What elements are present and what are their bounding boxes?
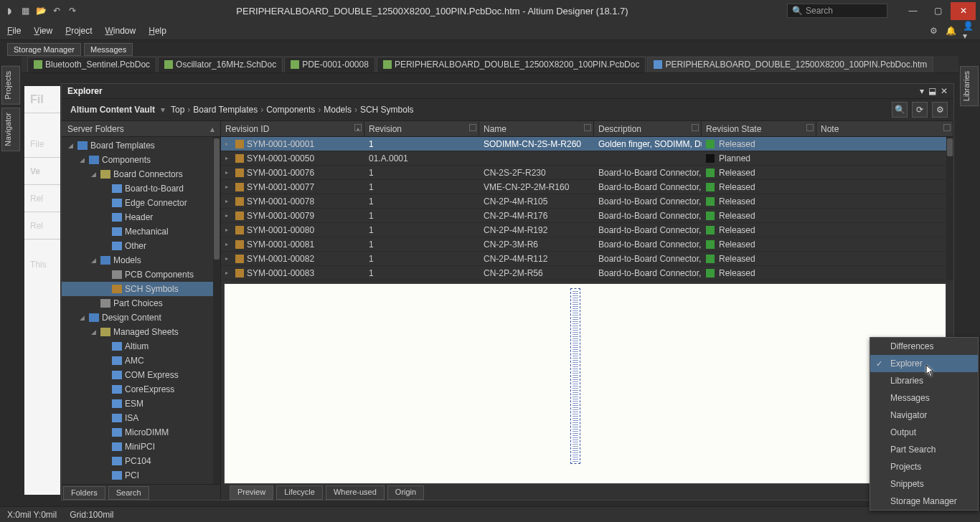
- menu-window[interactable]: Window: [105, 26, 136, 36]
- side-tab-libraries[interactable]: Libraries: [960, 66, 979, 106]
- tree-node[interactable]: PC104: [62, 454, 220, 468]
- tree-node[interactable]: ◢Models: [62, 253, 220, 267]
- gear-icon[interactable]: ⚙: [928, 26, 938, 36]
- panel-close-icon[interactable]: ✕: [941, 86, 948, 96]
- table-row[interactable]: ▸SYM-0001-000801CN-2P-4M-R192Board-to-Bo…: [221, 223, 953, 237]
- column-header[interactable]: Description: [594, 121, 702, 136]
- tree-node[interactable]: SCH Symbols: [62, 282, 220, 296]
- tree-node[interactable]: ISA: [62, 411, 220, 425]
- tree-node[interactable]: Other: [62, 239, 220, 253]
- close-button[interactable]: ✕: [951, 2, 976, 20]
- table-row[interactable]: ▸SYM-0001-000771VME-CN-2P-2M-R160Board-t…: [221, 180, 953, 194]
- global-search-input[interactable]: 🔍 Search: [787, 4, 887, 18]
- expand-icon[interactable]: ▸: [225, 255, 232, 262]
- expand-arrow-icon[interactable]: ◢: [89, 257, 98, 264]
- tree-node[interactable]: Part Choices: [62, 296, 220, 310]
- menu-project[interactable]: Project: [65, 26, 92, 36]
- tree-node[interactable]: MicroDIMM: [62, 425, 220, 440]
- expand-arrow-icon[interactable]: ◢: [77, 314, 86, 321]
- expand-arrow-icon[interactable]: ◢: [66, 142, 75, 149]
- expand-icon[interactable]: ▸: [225, 227, 232, 233]
- context-menu-item[interactable]: Navigator: [870, 407, 978, 424]
- user-icon[interactable]: 👤▾: [963, 26, 973, 36]
- expand-icon[interactable]: ▸: [225, 184, 232, 190]
- table-row[interactable]: ▸SYM-0001-0005001.A.0001Planned: [221, 151, 953, 166]
- preview-area[interactable]: [224, 283, 946, 484]
- context-menu-item[interactable]: Part Search: [870, 441, 978, 458]
- table-row[interactable]: ▸SYM-0001-000831CN-2P-2M-R56Board-to-Boa…: [221, 266, 953, 280]
- grid-scrollbar[interactable]: [946, 137, 953, 280]
- tree-node[interactable]: ESM: [62, 397, 220, 411]
- undo-icon[interactable]: ↶: [52, 6, 62, 16]
- filter-icon[interactable]: [806, 124, 814, 131]
- tree-node[interactable]: PCI: [62, 468, 220, 483]
- doc-tab[interactable]: Bluetooth_Sentinel.PcbDoc: [27, 57, 156, 72]
- redo-icon[interactable]: ↷: [67, 6, 77, 16]
- side-tab-navigator[interactable]: Navigator: [1, 108, 20, 151]
- tree-node[interactable]: Altium: [62, 339, 220, 353]
- filter-icon[interactable]: [584, 124, 591, 131]
- panel-pin-icon[interactable]: ⬓: [928, 86, 936, 96]
- expand-icon[interactable]: ▸: [225, 198, 232, 204]
- tree-node[interactable]: COM Express: [62, 368, 220, 382]
- breadcrumb-root[interactable]: Altium Content Vault: [67, 103, 158, 116]
- tree-node[interactable]: ◢Design Content: [62, 310, 220, 325]
- breadcrumb-item[interactable]: SCH Symbols: [357, 103, 417, 116]
- breadcrumb-item[interactable]: Top: [168, 103, 187, 116]
- tree-node[interactable]: ◢Board Connectors: [62, 167, 220, 181]
- preview-tab-preview[interactable]: Preview: [230, 485, 273, 500]
- tree-scrollbar[interactable]: [213, 137, 220, 484]
- column-header[interactable]: Revision State: [702, 121, 816, 136]
- expand-icon[interactable]: ▸: [225, 241, 232, 247]
- save-all-icon[interactable]: ▦: [20, 6, 30, 16]
- menu-file[interactable]: File: [7, 26, 21, 36]
- expand-arrow-icon[interactable]: ◢: [89, 171, 98, 178]
- context-menu-item[interactable]: Libraries: [870, 372, 978, 389]
- preview-tab-lifecycle[interactable]: Lifecycle: [276, 485, 323, 500]
- tree-node[interactable]: PCB Components: [62, 267, 220, 282]
- refresh-icon[interactable]: ⟳: [912, 102, 928, 118]
- filter-icon[interactable]: [692, 124, 699, 131]
- tree-node[interactable]: ◢Board Templates: [62, 138, 220, 153]
- doc-tab[interactable]: PDE-0001-00008: [284, 57, 375, 72]
- tree-node[interactable]: CoreExpress: [62, 382, 220, 397]
- breadcrumb-item[interactable]: Board Templates: [190, 103, 260, 116]
- minimize-button[interactable]: —: [900, 2, 925, 20]
- context-menu-item[interactable]: Messages: [870, 389, 978, 407]
- expand-icon[interactable]: ▸: [225, 169, 232, 176]
- expand-icon[interactable]: ▸: [225, 270, 232, 276]
- column-header[interactable]: Revision: [364, 121, 479, 136]
- breadcrumb-item[interactable]: Models: [321, 103, 354, 116]
- filter-icon[interactable]: [354, 124, 362, 131]
- expand-arrow-icon[interactable]: ◢: [77, 156, 86, 163]
- tree-header[interactable]: Server Folders ▴: [62, 121, 220, 137]
- expand-icon[interactable]: ▸: [225, 155, 232, 161]
- panel-dropdown-icon[interactable]: ▾: [920, 86, 924, 96]
- context-menu-item[interactable]: ✓Explorer: [870, 355, 978, 372]
- tree-node[interactable]: ◢Managed Sheets: [62, 325, 220, 339]
- column-header[interactable]: Note: [816, 121, 953, 136]
- context-menu-item[interactable]: Output: [870, 424, 978, 441]
- settings-icon[interactable]: ⚙: [932, 102, 948, 118]
- expand-icon[interactable]: ▸: [225, 141, 232, 147]
- table-row[interactable]: ▸SYM-0001-000011SODIMM-CN-2S-M-R260Golde…: [221, 137, 953, 151]
- menu-help[interactable]: Help: [149, 26, 166, 36]
- table-row[interactable]: ▸SYM-0001-000791CN-2P-4M-R176Board-to-Bo…: [221, 209, 953, 223]
- expand-arrow-icon[interactable]: ◢: [89, 328, 98, 336]
- column-header[interactable]: Name: [479, 121, 594, 136]
- tree-tab-search[interactable]: Search: [108, 486, 149, 500]
- tree-node[interactable]: ◢Components: [62, 153, 220, 167]
- tree-node[interactable]: Header: [62, 210, 220, 224]
- tree-node[interactable]: AMC: [62, 353, 220, 368]
- open-icon[interactable]: 📂: [36, 6, 46, 16]
- expand-icon[interactable]: ▸: [225, 212, 232, 219]
- filter-icon[interactable]: [943, 124, 951, 131]
- tree-node[interactable]: Board-to-Board: [62, 181, 220, 196]
- search-icon[interactable]: 🔍: [892, 102, 908, 118]
- doc-tab[interactable]: PERIPHERALBOARD_DOUBLE_12500X8200_100PIN…: [377, 57, 646, 72]
- doc-tab[interactable]: PERIPHERALBOARD_DOUBLE_12500X8200_100PIN…: [647, 57, 933, 72]
- column-header[interactable]: Revision ID▴: [221, 121, 364, 136]
- tree-node[interactable]: Mechanical: [62, 224, 220, 239]
- subtab-storage-manager[interactable]: Storage Manager: [7, 43, 81, 56]
- context-menu-item[interactable]: Snippets: [870, 475, 978, 493]
